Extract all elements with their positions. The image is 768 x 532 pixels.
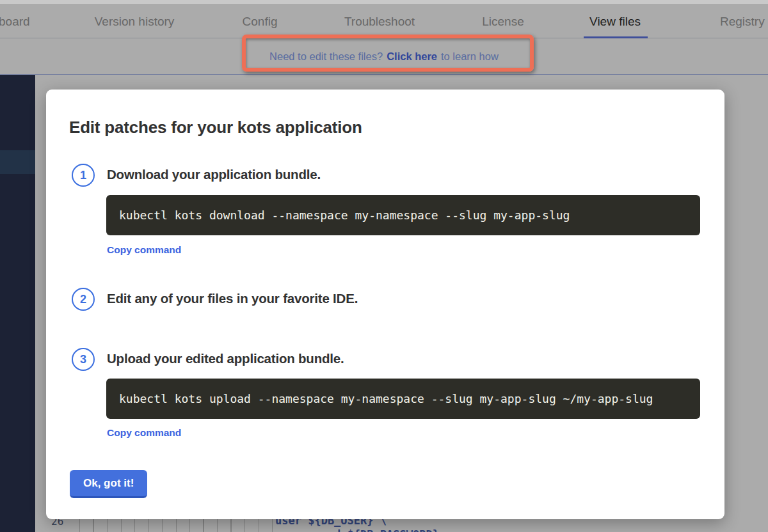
copy-upload-command-link[interactable]: Copy command xyxy=(107,427,181,439)
annotation-highlight-box xyxy=(242,35,534,72)
upload-command-text: kubectl kots upload --namespace my-names… xyxy=(106,392,653,405)
download-command-block: kubectl kots download --namespace my-nam… xyxy=(106,195,700,235)
step-1-badge: 1 xyxy=(72,164,95,187)
upload-command-block: kubectl kots upload --namespace my-names… xyxy=(106,379,700,419)
edit-patches-modal: Edit patches for your kots application 1… xyxy=(46,90,724,519)
window-top-edge xyxy=(0,0,768,4)
copy-download-command-link[interactable]: Copy command xyxy=(107,244,181,256)
modal-title: Edit patches for your kots application xyxy=(69,118,362,137)
ok-got-it-button[interactable]: Ok, got it! xyxy=(70,470,147,498)
download-command-text: kubectl kots download --namespace my-nam… xyxy=(106,208,570,222)
step-2-heading: Edit any of your files in your favorite … xyxy=(107,291,358,306)
step-1-heading: Download your application bundle. xyxy=(107,167,321,182)
kots-admin-console: board Version history Config Troubleshoo… xyxy=(0,0,768,532)
step-2-badge: 2 xyxy=(72,288,95,311)
step-3-heading: Upload your edited application bundle. xyxy=(107,351,344,366)
step-3-badge: 3 xyxy=(72,348,95,371)
